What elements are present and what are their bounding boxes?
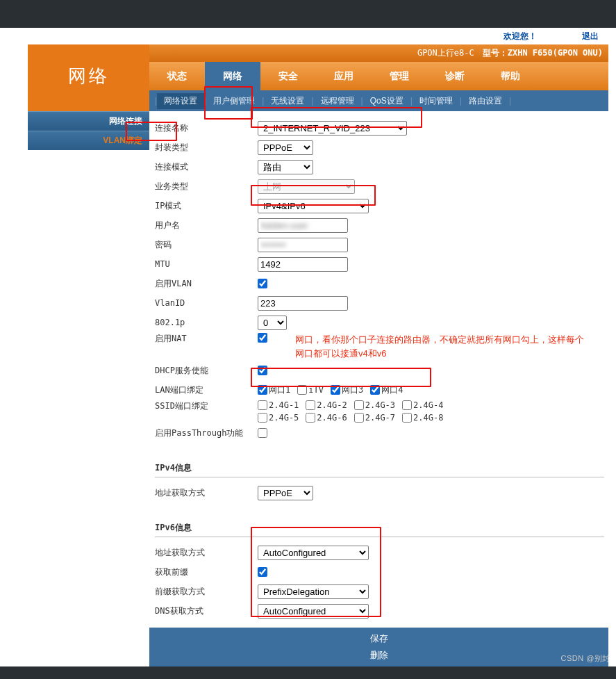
ipv6-section-title: IPv6信息 (155, 522, 604, 534)
ssid-port[interactable]: 2.4G-6 (306, 413, 347, 423)
lan-port-label: 网口1 (269, 384, 290, 396)
chk-passthrough[interactable] (258, 428, 267, 438)
label-prefix-mode: 前缀获取方式 (155, 586, 258, 598)
input-user[interactable] (258, 218, 348, 233)
subnav-qos[interactable]: QoS设置 (363, 93, 410, 109)
subnav-wireless[interactable]: 无线设置 (264, 93, 311, 109)
chk-lan-3[interactable] (370, 385, 380, 395)
select-8021p[interactable]: 0 (258, 316, 287, 330)
select-encap[interactable]: PPPoE (258, 140, 313, 155)
chk-lan-0[interactable] (258, 385, 267, 395)
chk-ssid[interactable] (402, 400, 412, 410)
header-info: GPON上行e8-C 型号：ZXHN F650(GPON ONU) (149, 44, 608, 62)
subnav-remote[interactable]: 远程管理 (314, 93, 361, 109)
chk-ssid[interactable] (354, 413, 364, 423)
chk-vlan-en[interactable] (258, 279, 267, 288)
label-conn-mode: 连接模式 (155, 161, 258, 173)
ssid-port[interactable]: 2.4G-2 (306, 400, 347, 410)
chk-ssid[interactable] (402, 413, 412, 423)
logout-link[interactable]: 退出 (582, 31, 599, 41)
subnav-net-settings[interactable]: 网络设置 (157, 93, 204, 109)
chk-lan-2[interactable] (331, 385, 340, 395)
select-ipv6-mode[interactable]: AutoConfigured (258, 546, 369, 560)
input-mtu[interactable] (258, 257, 348, 272)
window-top-blank (0, 0, 616, 28)
select-prefix-mode[interactable]: PrefixDelegation (258, 584, 369, 599)
model-label: 型号： (483, 48, 508, 58)
label-dns-mode: DNS获取方式 (155, 605, 258, 617)
model-value: ZXHN F650(GPON ONU) (508, 48, 603, 58)
ssid-port[interactable]: 2.4G-1 (258, 400, 299, 410)
lan-port-1[interactable]: iTV (297, 385, 324, 395)
subnav-route[interactable]: 路由设置 (462, 93, 509, 109)
tab-app[interactable]: 应用 (316, 62, 372, 90)
sidebar-net-conn[interactable]: 网络连接 (28, 111, 149, 131)
ssid-label: 2.4G-2 (317, 400, 347, 410)
ssid-port[interactable]: 2.4G-4 (402, 400, 443, 410)
tab-help[interactable]: 帮助 (483, 62, 538, 90)
divider (155, 477, 604, 477)
label-8021p: 802.1p (155, 318, 258, 327)
select-dns-mode[interactable]: AutoConfigured (258, 604, 369, 619)
lan-port-label: iTV (308, 385, 324, 395)
ssid-label: 2.4G-3 (365, 400, 395, 410)
chk-nat[interactable] (258, 333, 267, 343)
label-ip-mode: IP模式 (155, 200, 258, 212)
select-ipv4-mode[interactable]: PPPoE (258, 486, 313, 500)
lan-port-label: 网口3 (342, 384, 363, 396)
tab-status[interactable]: 状态 (149, 62, 205, 90)
footer-actions: 保存 删除 (149, 628, 608, 666)
divider (155, 537, 604, 537)
save-button[interactable]: 保存 (342, 631, 416, 646)
sidebar: 网络连接 VLAN绑定 (28, 111, 149, 628)
label-passthrough: 启用PassThrough功能 (155, 427, 258, 439)
ssid-port[interactable]: 2.4G-7 (354, 413, 395, 423)
lan-port-label: 网口4 (381, 384, 403, 396)
chk-prefix[interactable] (258, 567, 267, 577)
subnav-time[interactable]: 时间管理 (413, 93, 460, 109)
label-lan-bind: LAN端口绑定 (155, 384, 258, 396)
label-user: 用户名 (155, 220, 258, 231)
main-tabs: 状态 网络 安全 应用 管理 诊断 帮助 (149, 62, 608, 90)
select-conn-name[interactable]: 2_INTERNET_R_VID_223 (258, 121, 407, 136)
sidebar-vlan-bind[interactable]: VLAN绑定 (28, 131, 149, 150)
delete-button[interactable]: 删除 (342, 648, 416, 663)
lan-port-0[interactable]: 网口1 (258, 384, 290, 396)
input-vlan-id[interactable] (258, 296, 348, 311)
welcome-bar: 欢迎您！ 退出 (28, 31, 608, 44)
ssid-label: 2.4G-4 (413, 400, 443, 410)
lan-port-2[interactable]: 网口3 (331, 384, 363, 396)
ipv4-section-title: IPv4信息 (155, 462, 604, 474)
chk-ssid[interactable] (306, 400, 315, 410)
tab-security[interactable]: 安全 (260, 62, 316, 90)
chk-ssid[interactable] (258, 413, 267, 423)
lan-port-3[interactable]: 网口4 (370, 384, 403, 396)
ssid-label: 2.4G-5 (269, 413, 299, 423)
annotation-note: 网口，看你那个口子连接的路由器，不确定就把所有网口勾上，这样每个网口都可以接通v… (295, 333, 587, 360)
chk-ssid[interactable] (258, 400, 267, 410)
header-brand-bg (28, 44, 149, 62)
tab-diag[interactable]: 诊断 (427, 62, 483, 90)
label-mtu: MTU (155, 259, 258, 269)
ssid-port[interactable]: 2.4G-3 (354, 400, 395, 410)
ssid-label: 2.4G-7 (365, 413, 395, 423)
select-ip-mode[interactable]: IPv4&IPv6 (258, 199, 369, 213)
chk-ssid[interactable] (306, 413, 315, 423)
input-pass[interactable] (258, 238, 348, 252)
chk-lan-1[interactable] (297, 385, 307, 395)
tab-manage[interactable]: 管理 (372, 62, 427, 90)
uplink-text: GPON上行e8-C (417, 47, 474, 59)
ssid-port[interactable]: 2.4G-5 (258, 413, 299, 423)
welcome-text: 欢迎您！ (503, 31, 537, 41)
label-encap: 封装类型 (155, 142, 258, 154)
tab-network[interactable]: 网络 (205, 62, 260, 90)
label-vlan-id: VlanID (155, 298, 258, 308)
subnav: | 网络设置| 用户侧管理| 无线设置| 远程管理| QoS设置| 时间管理| … (149, 90, 608, 111)
select-conn-mode[interactable]: 路由 (258, 160, 313, 174)
ssid-label: 2.4G-6 (317, 413, 347, 423)
ssid-port[interactable]: 2.4G-8 (402, 413, 443, 423)
chk-ssid[interactable] (354, 400, 364, 410)
ssid-label: 2.4G-1 (269, 400, 299, 410)
chk-dhcp[interactable] (258, 366, 267, 375)
subnav-user-side[interactable]: 用户侧管理 (206, 93, 262, 109)
